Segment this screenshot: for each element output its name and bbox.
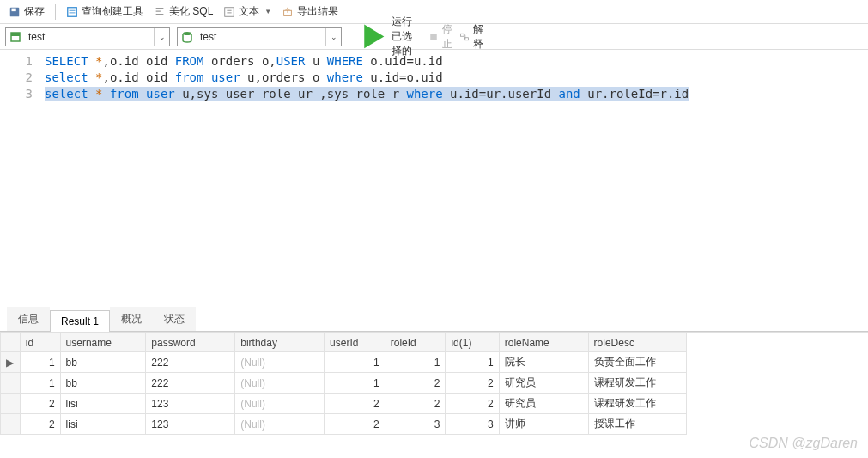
code-line[interactable]: SELECT *,o.id oid FROM orders o,USER u W…: [45, 53, 868, 70]
tab-status[interactable]: 状态: [153, 307, 196, 331]
cell[interactable]: bb: [60, 373, 146, 394]
cell[interactable]: 123: [146, 394, 235, 414]
cell[interactable]: 负责全面工作: [588, 352, 686, 373]
cell[interactable]: 2: [325, 414, 385, 435]
explain-button[interactable]: 解释: [459, 22, 483, 52]
beautify-sql-button[interactable]: 美化 SQL: [150, 3, 216, 21]
cell[interactable]: lisi: [60, 394, 146, 414]
cell[interactable]: 222: [146, 352, 235, 373]
cell[interactable]: 222: [146, 373, 235, 394]
query-builder-label: 查询创建工具: [82, 4, 143, 19]
cell[interactable]: 2: [20, 394, 60, 414]
schema-selector[interactable]: test ⌄: [5, 27, 170, 46]
svg-rect-2: [68, 7, 77, 16]
line-number: 1: [0, 53, 33, 70]
cell[interactable]: 课程研发工作: [588, 394, 686, 414]
cell[interactable]: 123: [146, 414, 235, 435]
cell[interactable]: 研究员: [499, 373, 588, 394]
schema-value: test: [25, 31, 154, 43]
column-header[interactable]: userId: [325, 333, 385, 352]
column-header[interactable]: id: [20, 333, 60, 352]
cell[interactable]: 1: [446, 352, 499, 373]
column-header[interactable]: birthday: [235, 333, 325, 352]
export-button[interactable]: 导出结果: [278, 3, 342, 21]
code-area[interactable]: SELECT *,o.id oid FROM orders o,USER u W…: [41, 50, 868, 308]
tab-result-1[interactable]: Result 1: [50, 310, 110, 332]
result-tabs: 信息 Result 1 概况 状态: [0, 308, 868, 332]
result-grid-wrap: idusernamepasswordbirthdayuserIdroleIdid…: [0, 332, 868, 435]
save-label: 保存: [24, 4, 45, 19]
database-value: test: [197, 31, 325, 43]
code-line[interactable]: select * from user u,sys_user_role ur ,s…: [45, 86, 868, 102]
database-icon: [180, 30, 194, 44]
column-header[interactable]: roleName: [499, 333, 588, 352]
separator: [55, 4, 56, 20]
main-toolbar: 保存 查询创建工具 美化 SQL 文本 ▼ 导出结果: [0, 0, 868, 24]
row-marker: [1, 373, 21, 394]
cell[interactable]: 3: [385, 414, 446, 435]
result-grid[interactable]: idusernamepasswordbirthdayuserIdroleIdid…: [0, 333, 687, 435]
column-header[interactable]: roleId: [385, 333, 446, 352]
tab-overview[interactable]: 概况: [110, 307, 153, 331]
table-row[interactable]: 1bb222(Null)122研究员课程研发工作: [1, 373, 687, 394]
cell[interactable]: 2: [325, 394, 385, 414]
sql-editor[interactable]: 123 SELECT *,o.id oid FROM orders o,USER…: [0, 50, 868, 308]
cell[interactable]: bb: [60, 352, 146, 373]
query-builder-button[interactable]: 查询创建工具: [63, 3, 147, 21]
schema-icon: [9, 30, 22, 44]
svg-rect-5: [225, 7, 234, 16]
cell[interactable]: (Null): [235, 352, 325, 373]
cell[interactable]: (Null): [235, 394, 325, 414]
stop-icon: [428, 32, 439, 42]
svg-point-11: [183, 32, 191, 35]
cell[interactable]: 1: [325, 373, 385, 394]
code-line[interactable]: select *,o.id oid from user u,orders o w…: [45, 70, 868, 86]
column-header[interactable]: username: [60, 333, 146, 352]
cell[interactable]: lisi: [60, 414, 146, 435]
cell[interactable]: (Null): [235, 373, 325, 394]
cell[interactable]: 讲师: [499, 414, 588, 435]
line-number: 2: [0, 70, 33, 86]
cell[interactable]: 1: [325, 352, 385, 373]
table-row[interactable]: ▶1bb222(Null)111院长负责全面工作: [1, 352, 687, 373]
row-marker-header: [1, 333, 21, 352]
cell[interactable]: 2: [446, 373, 499, 394]
svg-rect-14: [461, 34, 464, 36]
export-label: 导出结果: [297, 4, 338, 19]
text-button[interactable]: 文本 ▼: [220, 3, 275, 21]
row-marker: [1, 414, 21, 435]
connection-toolbar: test ⌄ test ⌄ 运行已选择的 停止 解释: [0, 24, 868, 50]
watermark: CSDN @zgDaren: [750, 436, 859, 451]
cell[interactable]: 1: [385, 352, 446, 373]
cell[interactable]: 1: [20, 373, 60, 394]
cell[interactable]: 研究员: [499, 394, 588, 414]
svg-rect-15: [465, 37, 469, 40]
cell[interactable]: 课程研发工作: [588, 373, 686, 394]
cell[interactable]: 院长: [499, 352, 588, 373]
cell[interactable]: 2: [446, 394, 499, 414]
cell[interactable]: 2: [385, 373, 446, 394]
table-row[interactable]: 2lisi123(Null)222研究员课程研发工作: [1, 394, 687, 414]
cell[interactable]: 授课工作: [588, 414, 686, 435]
table-header-row: idusernamepasswordbirthdayuserIdroleIdid…: [1, 333, 687, 352]
explain-icon: [459, 32, 470, 42]
beautify-label: 美化 SQL: [169, 4, 213, 19]
cell[interactable]: 2: [385, 394, 446, 414]
column-header[interactable]: roleDesc: [588, 333, 686, 352]
line-gutter: 123: [0, 50, 41, 308]
database-selector[interactable]: test ⌄: [177, 27, 342, 46]
stop-label: 停止: [442, 22, 452, 52]
chevron-down-icon: ⌄: [325, 28, 341, 46]
save-icon: [9, 6, 21, 18]
tab-info[interactable]: 信息: [7, 307, 50, 331]
svg-marker-12: [364, 25, 384, 49]
save-button[interactable]: 保存: [5, 3, 48, 21]
cell[interactable]: (Null): [235, 414, 325, 435]
table-row[interactable]: 2lisi123(Null)233讲师授课工作: [1, 414, 687, 435]
column-header[interactable]: id(1): [446, 333, 499, 352]
cell[interactable]: 3: [446, 414, 499, 435]
row-marker: ▶: [1, 352, 21, 373]
cell[interactable]: 1: [20, 352, 60, 373]
cell[interactable]: 2: [20, 414, 60, 435]
column-header[interactable]: password: [146, 333, 235, 352]
